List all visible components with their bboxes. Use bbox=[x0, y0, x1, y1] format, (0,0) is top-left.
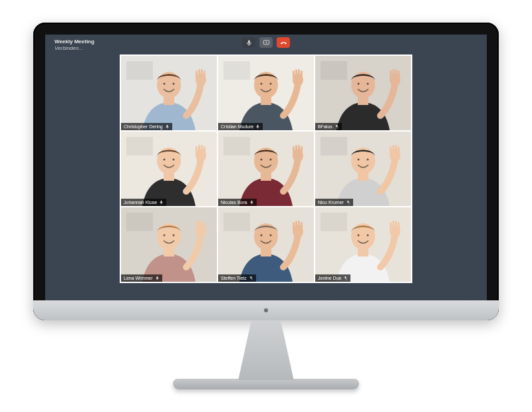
svg-rect-76 bbox=[201, 221, 203, 230]
svg-point-38 bbox=[164, 159, 166, 161]
participant-tile[interactable]: Nicolas Bora bbox=[218, 132, 314, 206]
participant-video bbox=[218, 56, 314, 130]
mic-on-icon bbox=[165, 124, 170, 129]
svg-rect-52 bbox=[293, 146, 295, 154]
svg-rect-85 bbox=[293, 222, 295, 230]
participant-video bbox=[121, 207, 217, 282]
participant-video bbox=[218, 207, 314, 282]
svg-point-6 bbox=[173, 83, 175, 85]
svg-rect-99 bbox=[398, 222, 400, 230]
svg-point-49 bbox=[261, 159, 263, 161]
svg-rect-31 bbox=[392, 69, 394, 78]
svg-point-72 bbox=[173, 235, 175, 237]
participant-video bbox=[315, 132, 411, 206]
participant-tile[interactable]: Jenine Doe bbox=[315, 207, 411, 282]
monitor-bezel: Weekly Meeting Verbinden... bbox=[33, 23, 499, 320]
svg-point-83 bbox=[270, 235, 272, 237]
participant-name: Jenine Doe bbox=[318, 276, 341, 280]
mic-on-icon bbox=[249, 200, 254, 205]
participant-tile[interactable]: Lena Wimmer bbox=[121, 207, 217, 282]
participant-name-bar: Jenine Doe bbox=[315, 274, 350, 282]
participant-tile[interactable]: Johannah Klose bbox=[121, 132, 217, 206]
mic-off-icon bbox=[343, 276, 348, 280]
meeting-info: Weekly Meeting Verbinden... bbox=[55, 39, 94, 51]
svg-rect-22 bbox=[301, 70, 303, 78]
svg-rect-97 bbox=[392, 221, 394, 230]
participant-tile[interactable]: Cristian Mudure bbox=[218, 56, 314, 130]
svg-point-28 bbox=[367, 83, 369, 85]
svg-rect-75 bbox=[198, 221, 200, 230]
participant-video bbox=[121, 132, 217, 206]
participant-name: Johannah Klose bbox=[124, 200, 157, 205]
svg-rect-64 bbox=[392, 145, 394, 154]
mic-on-icon bbox=[255, 124, 260, 129]
participant-video bbox=[121, 56, 217, 130]
svg-point-61 bbox=[367, 159, 369, 161]
svg-point-94 bbox=[367, 235, 369, 237]
participant-name: Steffen Tietz bbox=[221, 276, 247, 280]
svg-rect-44 bbox=[203, 146, 205, 154]
svg-point-50 bbox=[270, 159, 272, 161]
call-controls bbox=[242, 37, 290, 48]
participant-name-bar: Lena Wimmer bbox=[121, 274, 162, 282]
svg-rect-41 bbox=[196, 146, 198, 154]
svg-rect-88 bbox=[301, 222, 303, 230]
svg-rect-74 bbox=[196, 222, 198, 230]
svg-rect-63 bbox=[390, 146, 392, 154]
svg-rect-11 bbox=[203, 70, 205, 78]
participant-name: Nico Kromer bbox=[318, 200, 344, 205]
meeting-status: Verbinden... bbox=[55, 45, 94, 52]
participant-grid: Christopher Dering bbox=[120, 54, 412, 283]
svg-point-82 bbox=[261, 235, 263, 237]
share-screen-button[interactable] bbox=[259, 37, 273, 48]
svg-rect-19 bbox=[293, 70, 295, 78]
svg-rect-8 bbox=[196, 70, 198, 78]
svg-point-39 bbox=[173, 159, 175, 161]
participant-name: BFalos bbox=[318, 124, 332, 129]
participant-name-bar: Cristian Mudure bbox=[218, 123, 263, 130]
svg-rect-13 bbox=[223, 61, 250, 80]
svg-point-5 bbox=[164, 83, 166, 85]
svg-rect-96 bbox=[390, 222, 392, 230]
svg-rect-35 bbox=[126, 137, 153, 155]
monitor-stand-base bbox=[173, 379, 359, 389]
svg-rect-86 bbox=[295, 221, 297, 230]
hangup-button[interactable] bbox=[277, 37, 290, 48]
mic-off-icon bbox=[346, 200, 350, 205]
svg-point-16 bbox=[261, 83, 263, 85]
mic-on-icon bbox=[155, 276, 160, 280]
svg-rect-79 bbox=[223, 213, 250, 231]
svg-rect-9 bbox=[198, 69, 200, 78]
participant-video bbox=[315, 56, 411, 130]
screen-share-icon bbox=[263, 39, 270, 47]
svg-rect-24 bbox=[321, 61, 347, 80]
svg-rect-90 bbox=[321, 213, 347, 231]
svg-rect-21 bbox=[298, 69, 300, 78]
svg-rect-66 bbox=[398, 146, 400, 154]
participant-video bbox=[218, 132, 314, 206]
svg-point-17 bbox=[270, 83, 272, 85]
mic-off-icon bbox=[249, 276, 253, 280]
svg-rect-77 bbox=[203, 222, 205, 230]
svg-rect-55 bbox=[301, 146, 303, 154]
meeting-screen: Weekly Meeting Verbinden... bbox=[45, 35, 487, 300]
participant-tile[interactable]: BFalos bbox=[315, 56, 411, 130]
mic-on-icon bbox=[159, 200, 164, 205]
participant-name-bar: Steffen Tietz bbox=[218, 274, 256, 282]
svg-rect-32 bbox=[395, 69, 397, 78]
webcam-indicator bbox=[264, 308, 268, 312]
meeting-title: Weekly Meeting bbox=[55, 39, 94, 45]
mic-toggle-button[interactable] bbox=[242, 37, 255, 48]
participant-name-bar: Nico Kromer bbox=[315, 199, 353, 206]
monitor-chin bbox=[33, 300, 499, 320]
participant-name-bar: Nicolas Bora bbox=[218, 199, 257, 206]
participant-tile[interactable]: Christopher Dering bbox=[121, 56, 217, 130]
participant-tile[interactable]: Nico Kromer bbox=[315, 132, 411, 206]
participant-name: Cristian Mudure bbox=[221, 124, 253, 129]
svg-rect-57 bbox=[321, 137, 347, 155]
participant-tile[interactable]: Steffen Tietz bbox=[218, 207, 314, 282]
microphone-icon bbox=[245, 39, 253, 47]
svg-point-60 bbox=[358, 159, 360, 161]
svg-rect-46 bbox=[223, 137, 250, 155]
svg-rect-30 bbox=[390, 70, 392, 78]
